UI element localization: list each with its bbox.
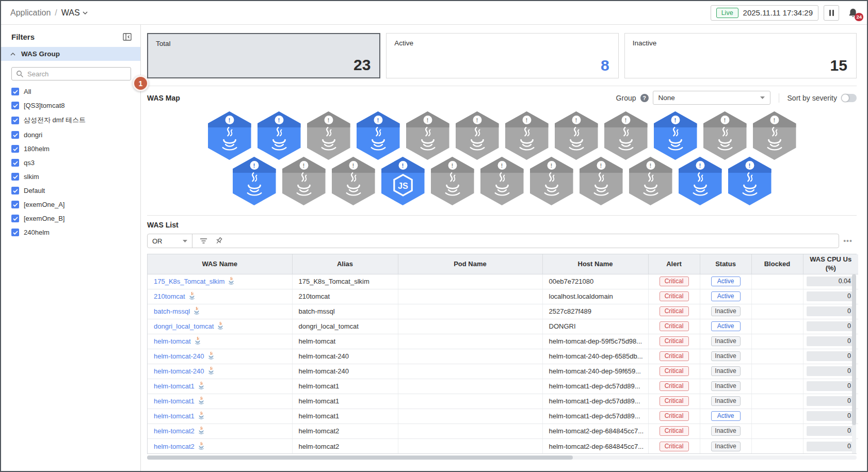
breadcrumb-application[interactable]: Application — [10, 8, 51, 18]
was-hexagon-java[interactable]: ! — [231, 155, 278, 207]
column-header[interactable]: Status — [700, 254, 751, 274]
filter-item[interactable]: All — [1, 85, 140, 99]
was-hexagon-java[interactable]: ! — [727, 155, 773, 207]
was-hexagon-java[interactable]: ! — [528, 155, 575, 207]
was-hexagon-java[interactable]: ! — [702, 110, 748, 161]
card-active[interactable]: Active 8 — [386, 33, 618, 78]
collapse-sidebar-button[interactable] — [123, 33, 132, 41]
was-name-link[interactable]: helm-tomcat1 — [154, 412, 195, 420]
filter-item[interactable]: [QS3]tomcat8 — [1, 99, 140, 112]
was-hexagon-java[interactable]: ! — [677, 155, 724, 207]
column-header[interactable]: Alert — [648, 254, 700, 274]
was-hexagon-java[interactable]: ! — [355, 110, 401, 161]
was-name-link[interactable]: helm-tomcat-240 — [154, 352, 204, 360]
was-hexagon-java[interactable]: ! — [479, 155, 525, 207]
was-hexagon-java[interactable]: ! — [628, 155, 674, 207]
was-hexagon-java[interactable]: ! — [504, 110, 550, 161]
table-vertical-scrollbar[interactable] — [852, 274, 856, 453]
filter-item[interactable]: [exemOne_A] — [1, 198, 140, 211]
scrollbar-thumb[interactable] — [147, 455, 573, 460]
checkbox-checked-icon[interactable] — [11, 215, 19, 222]
checkbox-checked-icon[interactable] — [11, 102, 19, 109]
was-name-link[interactable]: helm-tomcat — [154, 337, 191, 345]
filter-item[interactable]: 삼성전자 dmf 테스트 — [1, 112, 140, 128]
operator-select[interactable]: OR — [148, 234, 192, 248]
was-hexagon-java[interactable]: ! — [405, 110, 451, 161]
was-name-link[interactable]: helm-tomcat1 — [154, 397, 195, 405]
was-hexagon-java[interactable]: ! — [281, 155, 327, 207]
alert-badge[interactable]: Critical — [660, 321, 689, 331]
alert-badge[interactable]: Critical — [660, 306, 689, 316]
pin-icon[interactable] — [215, 237, 223, 245]
card-total[interactable]: Total 23 — [147, 33, 380, 78]
was-name-link[interactable]: dongri_local_tomcat — [154, 322, 214, 330]
pause-button[interactable] — [824, 5, 839, 21]
was-hexagon-java[interactable]: ! — [652, 110, 699, 161]
was-name-link[interactable]: helm-tomcat-240 — [154, 367, 204, 375]
was-hexagon-java[interactable]: ! — [603, 110, 649, 161]
filter-item[interactable]: qs3 — [1, 156, 140, 170]
checkbox-checked-icon[interactable] — [11, 88, 19, 95]
checkbox-checked-icon[interactable] — [11, 229, 19, 236]
was-hexagon-java[interactable]: ! — [330, 155, 377, 207]
filter-item[interactable]: Default — [1, 184, 140, 198]
chevron-down-icon — [83, 11, 88, 14]
alert-badge[interactable]: Critical — [660, 411, 689, 421]
card-inactive[interactable]: Inactive 15 — [624, 33, 857, 78]
column-header[interactable]: WAS Name — [148, 254, 292, 274]
alert-badge[interactable]: Critical — [660, 396, 689, 406]
column-header[interactable]: Blocked — [751, 254, 803, 274]
alert-badge[interactable]: Critical — [660, 442, 689, 451]
was-hexagon-java[interactable]: ! — [553, 110, 600, 161]
alert-badge[interactable]: Critical — [660, 276, 689, 286]
checkbox-checked-icon[interactable] — [11, 145, 19, 153]
was-hexagon-java[interactable]: ! — [454, 110, 501, 161]
was-hexagon-java[interactable]: ! — [206, 110, 253, 161]
was-hexagon-java[interactable]: ! — [429, 155, 476, 207]
alert-badge[interactable]: Critical — [660, 336, 689, 346]
group-select[interactable]: None — [653, 91, 770, 105]
filter-icon[interactable] — [200, 238, 207, 244]
time-range-control[interactable]: Live 2025.11.11 17:34:29 — [711, 5, 818, 21]
was-hexagon-java[interactable]: ! — [578, 155, 624, 207]
help-icon[interactable]: ? — [640, 94, 649, 102]
filter-item[interactable]: dongri — [1, 128, 140, 142]
was-group-section-header[interactable]: WAS Group — [1, 47, 140, 61]
more-options-button[interactable]: ••• — [839, 237, 857, 245]
alert-badge[interactable]: Critical — [660, 351, 689, 361]
column-header[interactable]: Alias — [292, 254, 398, 274]
was-name-link[interactable]: batch-mssql — [154, 307, 190, 315]
column-header[interactable]: Host Name — [542, 254, 648, 274]
checkbox-checked-icon[interactable] — [11, 117, 19, 124]
was-hexagon-java[interactable]: ! — [751, 110, 798, 161]
search-input[interactable] — [11, 67, 131, 80]
was-hexagon-nodejs[interactable]: !JS — [380, 155, 426, 207]
was-name-link[interactable]: helm-tomcat2 — [154, 427, 195, 435]
table-horizontal-scrollbar[interactable] — [147, 455, 857, 460]
was-name-link[interactable]: helm-tomcat2 — [154, 443, 195, 450]
alert-badge[interactable]: Critical — [660, 291, 689, 301]
was-name-link[interactable]: helm-tomcat1 — [154, 382, 195, 390]
checkbox-checked-icon[interactable] — [11, 187, 19, 194]
filter-item[interactable]: 180helm — [1, 142, 140, 156]
breadcrumb-was[interactable]: WAS — [61, 8, 88, 18]
was-hexagon-java[interactable]: ! — [306, 110, 352, 161]
was-name-link[interactable]: 175_K8s_Tomcat_slkim — [154, 278, 224, 285]
filter-item[interactable]: slkim — [1, 170, 140, 184]
column-header[interactable]: Pod Name — [398, 254, 542, 274]
alert-badge[interactable]: Critical — [660, 366, 689, 376]
sort-by-severity-toggle[interactable] — [841, 94, 857, 102]
filter-item[interactable]: 240helm — [1, 225, 140, 239]
alert-badge[interactable]: Critical — [660, 381, 689, 391]
checkbox-checked-icon[interactable] — [11, 159, 19, 167]
column-header[interactable]: WAS CPU Us (%) — [803, 254, 858, 274]
alert-badge[interactable]: Critical — [660, 426, 689, 436]
was-hexagon-java[interactable]: ! — [256, 110, 302, 161]
checkbox-checked-icon[interactable] — [11, 201, 19, 208]
filter-item[interactable]: [exemOne_B] — [1, 211, 140, 225]
scrollbar-thumb[interactable] — [852, 274, 856, 425]
checkbox-checked-icon[interactable] — [11, 173, 19, 181]
was-name-link[interactable]: 210tomcat — [154, 292, 185, 300]
checkbox-checked-icon[interactable] — [11, 131, 19, 139]
notifications-button[interactable]: 24 — [846, 6, 860, 20]
